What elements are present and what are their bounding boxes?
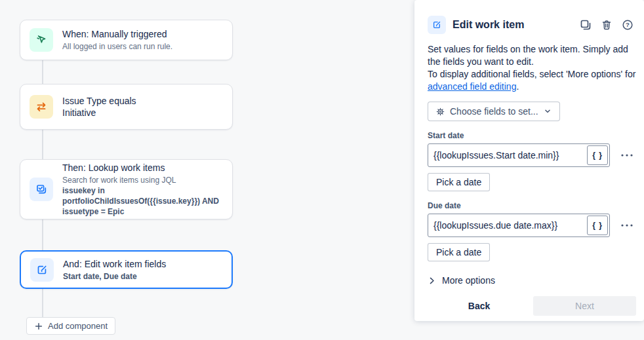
start-date-pick-button[interactable]: Pick a date [428,173,490,191]
node-text: When: Manually triggered All logged in u… [62,28,172,52]
panel-header-actions: ? [577,16,636,33]
start-date-input-wrapper: { } [428,143,610,167]
node-title: Then: Lookup work items [62,162,223,174]
edit-work-item-panel: Edit work item ? [414,0,644,321]
node-text: And: Edit work item fields Start date, D… [63,258,166,282]
field-more-menu-button[interactable] [618,220,636,231]
due-date-row: { } [428,214,636,237]
svg-text:?: ? [626,21,630,28]
back-button[interactable]: Back [428,296,531,316]
duplicate-button[interactable] [577,16,594,33]
edit-pencil-icon [30,258,54,282]
rule-step-issue-type-condition[interactable]: Issue Type equals Initiative [20,84,233,130]
delete-button[interactable] [598,16,615,33]
node-title-line1: Issue Type equals [62,95,136,107]
more-options-toggle[interactable]: More options [428,275,636,286]
advanced-field-editing-link[interactable]: advanced field editing [428,81,516,92]
lookup-icon [30,178,53,201]
node-title: And: Edit work item fields [63,258,166,270]
node-subtitle: Start date, Due date [63,271,166,282]
node-text: Then: Lookup work items Search for work … [62,162,223,217]
panel-description: Set values for fields on the work item. … [428,43,636,93]
choose-fields-label: Choose fields to set... [450,106,538,117]
next-button[interactable]: Next [533,296,636,316]
smart-value-braces-button[interactable]: { } [587,145,608,165]
due-date-input-wrapper: { } [428,214,610,237]
chevron-down-icon [543,107,552,116]
add-component-button[interactable]: Add component [26,317,115,335]
rule-step-lookup-work-items[interactable]: Then: Lookup work items Search for work … [20,159,233,219]
due-date-pick-button[interactable]: Pick a date [428,243,490,261]
start-date-label: Start date [428,131,636,140]
more-options-label: More options [442,275,495,286]
node-jql-query: issuekey in portfolioChildIssuesOf({{iss… [62,185,223,217]
panel-footer: Back Next [428,296,636,316]
description-text-1: Set values for fields on the work item. … [428,44,628,67]
chevron-right-icon [428,276,436,285]
panel-header: Edit work item ? [428,16,636,34]
choose-fields-button[interactable]: Choose fields to set... [428,102,560,121]
smart-value-braces-button[interactable]: { } [587,216,608,235]
rule-step-edit-work-item[interactable]: And: Edit work item fields Start date, D… [20,250,233,289]
add-component-label: Add component [48,321,108,331]
condition-swap-icon [30,95,53,119]
node-title-line2: Initiative [62,107,136,119]
description-text-2: To display additional fields, select 'Mo… [428,69,635,79]
due-date-input[interactable] [428,214,609,236]
start-date-row: { } [428,143,636,167]
help-button[interactable]: ? [619,16,636,33]
node-subtitle: All logged in users can run rule. [62,41,172,52]
node-subtitle: Search for work items using JQL [62,175,223,185]
edit-pencil-icon [428,16,446,34]
rule-step-manual-trigger[interactable]: When: Manually triggered All logged in u… [20,20,233,60]
panel-title: Edit work item [453,19,577,31]
manual-trigger-icon [30,28,53,52]
node-text: Issue Type equals Initiative [62,95,136,119]
node-title: When: Manually triggered [62,28,172,40]
due-date-label: Due date [428,201,636,210]
description-text-2-suffix: . [516,81,519,92]
field-more-menu-button[interactable] [618,150,636,161]
plus-icon [34,322,43,331]
start-date-input[interactable] [428,144,609,166]
gear-icon [435,107,445,117]
